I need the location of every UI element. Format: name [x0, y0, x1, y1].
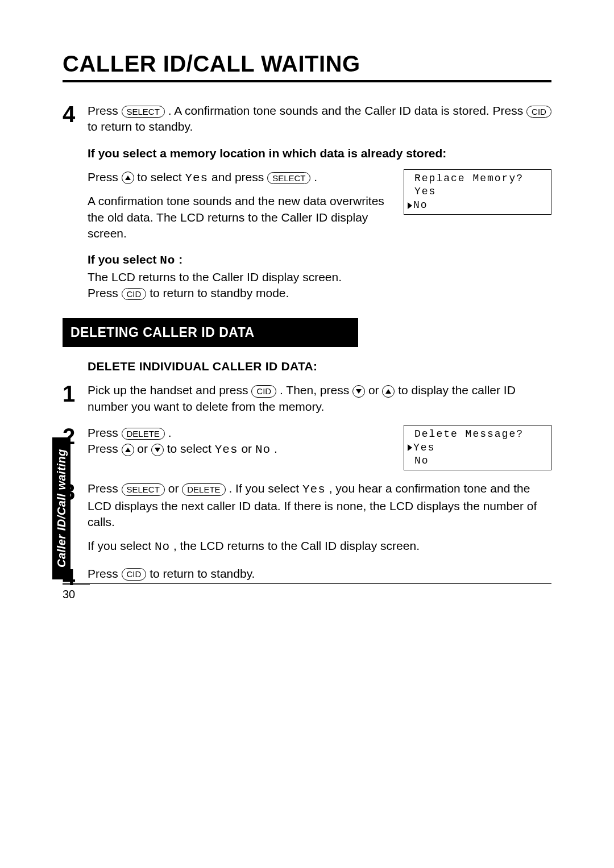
cursor-icon	[408, 444, 412, 451]
cursor-icon	[408, 202, 412, 209]
text: and press	[211, 170, 267, 183]
select-button-icon: SELECT	[122, 106, 165, 118]
step-text: Press CID to return to standby.	[88, 566, 551, 582]
text: .	[314, 170, 317, 183]
text: If you select	[88, 253, 160, 266]
footer-rule	[63, 583, 551, 584]
text: Press	[88, 426, 122, 439]
text: Press to select Yes and press SELECT .	[88, 169, 390, 186]
lcd-line: Yes	[408, 441, 545, 454]
lcd-text: Replace Memory?	[414, 172, 524, 185]
lcd-display: Replace Memory? Yes No	[404, 169, 551, 215]
section-body: DELETE INDIVIDUAL CALLER ID DATA: 1 Pick…	[88, 360, 551, 588]
text: :	[179, 253, 182, 266]
text: or	[368, 383, 383, 397]
text: to return to standby.	[150, 567, 255, 580]
arrow-down-icon	[352, 385, 365, 398]
delete-button-icon: DELETE	[182, 483, 225, 496]
text: to return to standby mode.	[150, 286, 289, 299]
lcd-value: No	[160, 254, 175, 267]
lcd-text: No	[414, 454, 429, 468]
step-text: Press DELETE . Press or to select Yes or…	[88, 425, 390, 458]
step: 1 Pick up the handset and press CID . Th…	[63, 382, 551, 415]
lcd-value: Yes	[215, 443, 238, 456]
text: Press	[88, 104, 122, 117]
text: Pick up the handset and press	[88, 383, 251, 397]
step: 3 Press SELECT or DELETE . If you select…	[63, 481, 551, 555]
step-text: Pick up the handset and press CID . Then…	[88, 382, 551, 415]
step: 4 Press CID to return to standby.	[63, 566, 551, 589]
step: 2 Press DELETE . Press or to select	[63, 425, 551, 470]
cid-button-icon: CID	[122, 288, 147, 301]
text: or	[241, 442, 255, 455]
lcd-text: No	[413, 199, 428, 212]
arrow-up-icon	[122, 172, 134, 184]
lcd-line: Yes	[408, 185, 545, 198]
lcd-display: Delete Message? Yes No	[404, 425, 551, 470]
text: .	[168, 426, 172, 439]
lcd-line: No	[408, 454, 545, 468]
step-text: Press SELECT or DELETE . If you select Y…	[88, 481, 551, 555]
lcd-value: Yes	[302, 483, 326, 496]
text: or	[168, 482, 182, 495]
lcd-value: Yes	[185, 172, 208, 185]
text: to return to standby.	[88, 120, 193, 133]
row: Press to select Yes and press SELECT . A…	[88, 169, 551, 241]
delete-button-icon: DELETE	[122, 428, 165, 440]
text-column: Press to select Yes and press SELECT . A…	[88, 169, 390, 241]
page-title: CALLER ID/CALL WAITING	[63, 51, 551, 82]
lcd-value: No	[255, 443, 271, 456]
text: Press CID to return to standby mode.	[88, 285, 551, 301]
lcd-line: No	[408, 199, 545, 212]
step-text: Press SELECT . A confirmation tone sound…	[88, 103, 551, 135]
arrow-down-icon	[151, 444, 164, 456]
text: .	[274, 442, 277, 455]
arrow-up-icon	[122, 444, 134, 456]
step-number: 4	[63, 103, 83, 126]
cid-button-icon: CID	[526, 106, 551, 118]
select-button-icon: SELECT	[267, 172, 310, 185]
cid-button-icon: CID	[122, 568, 147, 581]
text: Press	[88, 442, 122, 455]
text: Press	[88, 170, 122, 183]
text: Press	[88, 482, 122, 495]
text: If you select	[88, 539, 155, 552]
text: A confirmation tone sounds and the new d…	[88, 193, 390, 241]
subsection: If you select a memory location in which…	[88, 145, 551, 302]
select-button-icon: SELECT	[122, 483, 165, 496]
arrow-up-icon	[382, 385, 395, 398]
text: . Then, press	[280, 383, 352, 397]
manual-page: Caller ID/Call waiting CALLER ID/CALL WA…	[0, 0, 614, 868]
subsection-heading: If you select No :	[88, 252, 551, 269]
text: Press	[88, 567, 122, 580]
lcd-text: Yes	[414, 185, 436, 198]
text: . If you select	[229, 482, 302, 495]
lcd-text: Yes	[413, 441, 435, 454]
step: 4 Press SELECT . A confirmation tone sou…	[63, 103, 551, 135]
text: , the LCD returns to the Call ID display…	[173, 539, 420, 552]
lcd-value: No	[155, 540, 170, 553]
text: Press	[88, 286, 122, 299]
lcd-text: Delete Message?	[414, 428, 524, 441]
text: . A confirmation tone sounds and the Cal…	[168, 104, 526, 117]
step-number: 1	[63, 382, 83, 405]
text: The LCD returns to the Caller ID display…	[88, 269, 551, 285]
text: to select	[167, 442, 215, 455]
sidebar-tab: Caller ID/Call waiting	[52, 437, 70, 579]
text: or	[137, 442, 151, 455]
lcd-line: Replace Memory?	[408, 172, 545, 185]
text: to select	[137, 170, 185, 183]
lcd-line: Delete Message?	[408, 428, 545, 441]
section-heading-bar: DELETING CALLER ID DATA	[63, 318, 358, 347]
page-number: 30	[63, 584, 90, 601]
subsection-heading: If you select a memory location in which…	[88, 145, 551, 161]
cid-button-icon: CID	[251, 385, 276, 398]
subheading: DELETE INDIVIDUAL CALLER ID DATA:	[88, 360, 551, 373]
